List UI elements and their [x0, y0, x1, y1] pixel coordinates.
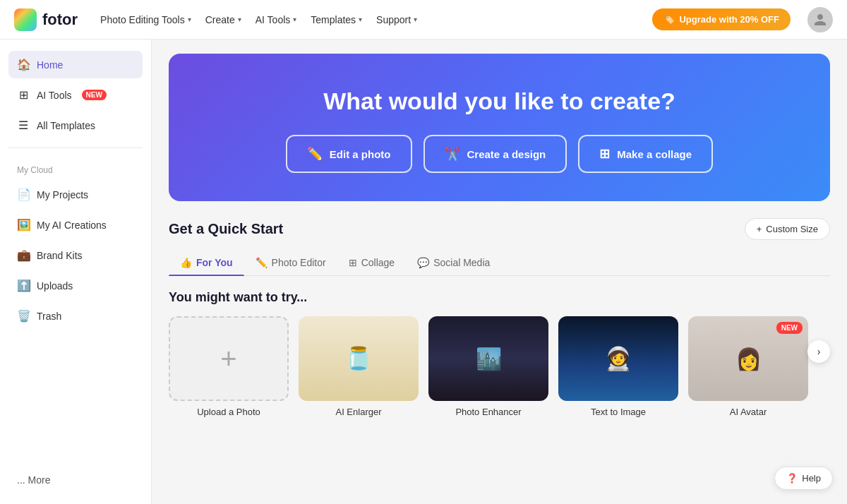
chevron-down-icon: ▾: [293, 16, 296, 23]
chevron-down-icon: ▾: [359, 16, 362, 23]
street-illustration: 🏙️: [428, 316, 548, 401]
nav-templates[interactable]: Templates ▾: [311, 14, 362, 25]
collage-icon: ⊞: [599, 146, 610, 162]
sidebar-section-my-cloud: My Cloud: [8, 157, 143, 178]
photo-enhancer-label: Photo Enhancer: [428, 407, 548, 417]
help-button[interactable]: ❓ Help: [774, 467, 833, 490]
sidebar: 🏠 Home ⊞ AI Tools NEW ☰ All Templates My…: [0, 40, 152, 504]
sidebar-item-ai-tools[interactable]: ⊞ AI Tools NEW: [8, 81, 143, 109]
sidebar-divider: [8, 148, 143, 148]
nav-ai-tools[interactable]: AI Tools ▾: [256, 14, 297, 25]
layers-icon: ☰: [17, 119, 30, 132]
ai-creations-icon: 🖼️: [17, 218, 30, 232]
nav-create[interactable]: Create ▾: [205, 14, 241, 25]
help-icon: ❓: [786, 473, 798, 484]
new-badge: NEW: [776, 322, 803, 334]
new-badge: NEW: [82, 90, 107, 100]
nav: Photo Editing Tools ▾ Create ▾ AI Tools …: [100, 14, 417, 25]
nav-support[interactable]: Support ▾: [376, 14, 417, 25]
upload-icon: ⬆️: [17, 279, 30, 292]
tag-icon: 🏷️: [663, 14, 675, 25]
cards-row: + Upload a Photo 🫙 AI Enlarger 🏙️: [169, 316, 830, 423]
ai-enlarger-image: 🫙: [299, 316, 419, 401]
design-icon: ✂️: [445, 146, 460, 162]
ai-enlarger-label: AI Enlarger: [299, 407, 419, 417]
ai-avatar-image: 👩 NEW: [688, 316, 808, 401]
card-ai-enlarger[interactable]: 🫙 AI Enlarger: [299, 316, 419, 417]
sidebar-item-brand-kits[interactable]: 💼 Brand Kits: [8, 241, 143, 269]
tab-collage[interactable]: ⊞ Collage: [337, 250, 406, 275]
sidebar-item-home[interactable]: 🏠 Home: [8, 51, 143, 78]
logo[interactable]: fotor: [14, 8, 78, 31]
custom-size-button[interactable]: + Custom Size: [745, 218, 830, 240]
ai-avatar-label: AI Avatar: [688, 407, 808, 417]
logo-icon: [14, 8, 37, 31]
hero-buttons: ✏️ Edit a photo ✂️ Create a design ⊞ Mak…: [197, 135, 802, 173]
text-to-image-label: Text to Image: [558, 407, 678, 417]
card-ai-avatar[interactable]: 👩 NEW AI Avatar: [688, 316, 808, 417]
sidebar-item-trash[interactable]: 🗑️ Trash: [8, 302, 143, 330]
header: fotor Photo Editing Tools ▾ Create ▾ AI …: [0, 0, 847, 40]
projects-icon: 📄: [17, 188, 30, 201]
sidebar-item-uploads[interactable]: ⬆️ Uploads: [8, 272, 143, 299]
try-title: You might want to try...: [169, 290, 830, 305]
edit-photo-button[interactable]: ✏️ Edit a photo: [286, 135, 412, 173]
upgrade-button[interactable]: 🏷️ Upgrade with 20% OFF: [652, 8, 791, 30]
tab-photo-editor[interactable]: ✏️ Photo Editor: [244, 250, 337, 275]
upload-photo-label: Upload a Photo: [169, 407, 289, 417]
thumbs-up-icon: 👍: [180, 257, 192, 268]
collage-tab-icon: ⊞: [349, 257, 357, 268]
layout: 🏠 Home ⊞ AI Tools NEW ☰ All Templates My…: [0, 40, 847, 504]
tab-for-you[interactable]: 👍 For You: [169, 250, 244, 275]
sidebar-item-my-ai-creations[interactable]: 🖼️ My AI Creations: [8, 211, 143, 239]
photo-enhancer-image: 🏙️: [428, 316, 548, 401]
trash-icon: 🗑️: [17, 309, 30, 323]
food-illustration: 🫙: [299, 316, 419, 401]
logo-text: fotor: [42, 11, 78, 29]
plus-icon: +: [220, 343, 236, 375]
sidebar-more[interactable]: ... More: [8, 467, 143, 493]
grid-icon: ⊞: [17, 88, 30, 102]
quick-start-header: Get a Quick Start + Custom Size: [169, 218, 830, 240]
upload-photo-image: +: [169, 316, 289, 401]
hero-title: What would you like to create?: [197, 88, 802, 115]
brand-icon: 💼: [17, 248, 30, 262]
card-upload-photo[interactable]: + Upload a Photo: [169, 316, 289, 417]
plus-icon: +: [757, 224, 762, 234]
chevron-down-icon: ▾: [414, 16, 417, 23]
home-icon: 🏠: [17, 58, 30, 71]
main-content: What would you like to create? ✏️ Edit a…: [152, 40, 847, 504]
quick-start-title: Get a Quick Start: [169, 221, 283, 237]
astronaut-illustration: 🧑‍🚀: [558, 316, 678, 401]
create-design-button[interactable]: ✂️ Create a design: [424, 135, 567, 173]
social-media-icon: 💬: [417, 257, 429, 268]
nav-photo-editing-tools[interactable]: Photo Editing Tools ▾: [100, 14, 191, 25]
card-text-to-image[interactable]: 🧑‍🚀 Text to Image: [558, 316, 678, 417]
chevron-down-icon: ▾: [238, 16, 241, 23]
edit-photo-icon: ✏️: [256, 257, 268, 268]
tabs: 👍 For You ✏️ Photo Editor ⊞ Collage 💬 So…: [169, 250, 830, 276]
make-collage-button[interactable]: ⊞ Make a collage: [578, 135, 713, 173]
chevron-down-icon: ▾: [188, 16, 191, 23]
sidebar-item-my-projects[interactable]: 📄 My Projects: [8, 181, 143, 208]
scroll-right-arrow[interactable]: ›: [807, 340, 830, 363]
tab-social-media[interactable]: 💬 Social Media: [406, 250, 501, 275]
sidebar-item-all-templates[interactable]: ☰ All Templates: [8, 112, 143, 139]
avatar[interactable]: [807, 7, 833, 32]
hero-banner: What would you like to create? ✏️ Edit a…: [169, 54, 830, 201]
cards-container: + Upload a Photo 🫙 AI Enlarger 🏙️: [169, 316, 830, 423]
card-photo-enhancer[interactable]: 🏙️ Photo Enhancer: [428, 316, 548, 417]
text-to-image-image: 🧑‍🚀: [558, 316, 678, 401]
edit-icon: ✏️: [307, 146, 323, 162]
user-icon: [813, 13, 827, 27]
